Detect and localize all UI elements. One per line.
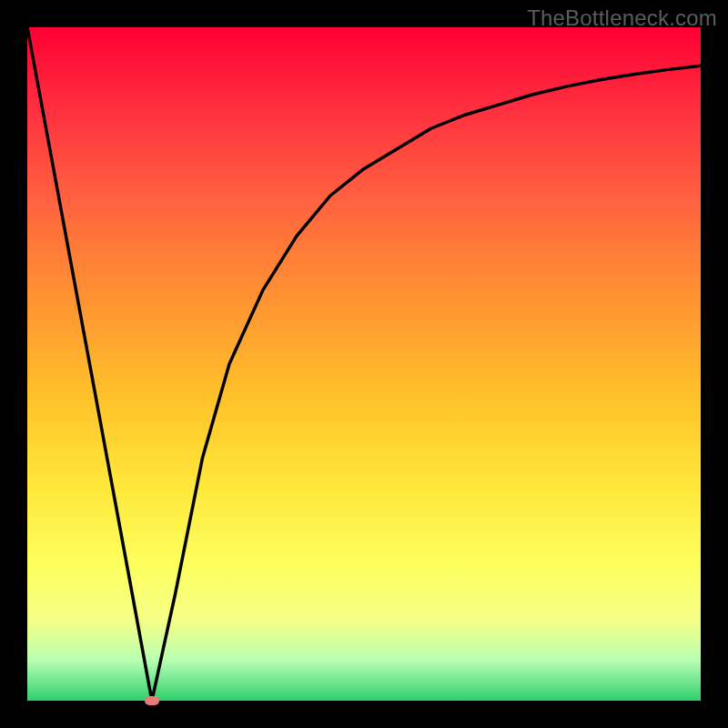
chart-plot-area — [27, 27, 701, 701]
chart-frame: TheBottleneck.com — [0, 0, 728, 728]
minimum-marker — [145, 696, 159, 705]
branding-text: TheBottleneck.com — [527, 5, 717, 31]
bottleneck-curve — [27, 27, 701, 701]
